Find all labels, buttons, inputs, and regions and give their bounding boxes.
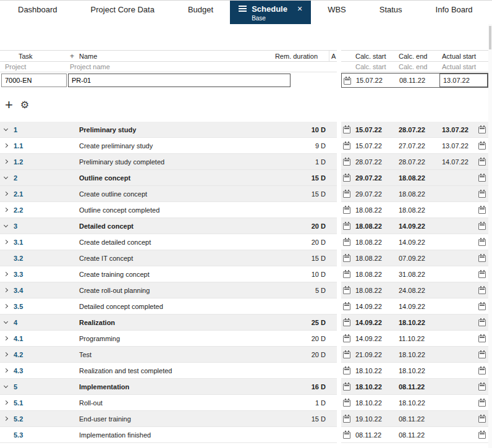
calendar-icon[interactable] <box>478 352 486 358</box>
tab-schedule[interactable]: Schedule × Base <box>230 1 311 24</box>
column-header-task[interactable]: Task <box>19 53 70 60</box>
task-number[interactable]: 5.1 <box>14 399 79 407</box>
calendar-icon[interactable] <box>478 319 486 326</box>
project-actual-start-input[interactable]: 13.07.22 <box>439 74 488 87</box>
task-name[interactable]: Realization <box>79 319 287 326</box>
calc-start-cell[interactable]: 18.08.22 <box>354 271 397 278</box>
calendar-icon[interactable] <box>343 271 350 278</box>
calendar-icon[interactable] <box>344 78 351 85</box>
task-number[interactable]: 5.3 <box>14 431 79 439</box>
task-rem-duration[interactable]: 20 D <box>287 351 337 358</box>
expand-chevron[interactable] <box>0 386 14 387</box>
task-name[interactable]: Create detailed concept <box>79 239 287 246</box>
calc-end-cell[interactable]: 08.11.22 <box>397 383 439 391</box>
calendar-icon[interactable] <box>478 143 486 150</box>
expand-chevron[interactable] <box>0 305 14 308</box>
task-name[interactable]: Preliminary study completed <box>79 158 287 166</box>
calc-start-cell[interactable]: 15.07.22 <box>354 142 397 150</box>
task-number[interactable]: 3 <box>14 222 79 230</box>
calendar-icon[interactable] <box>343 416 350 423</box>
task-name[interactable]: Create training concept <box>79 271 287 278</box>
task-number[interactable]: 1.2 <box>14 158 79 166</box>
task-number[interactable]: 1.1 <box>14 142 79 150</box>
task-number[interactable]: 2 <box>14 174 79 182</box>
calendar-icon[interactable] <box>478 127 486 133</box>
calc-end-cell[interactable]: 28.07.22 <box>397 126 439 133</box>
task-number[interactable]: 2.2 <box>14 206 79 214</box>
tab-close-icon[interactable]: × <box>297 4 302 14</box>
expand-chevron[interactable] <box>0 321 14 323</box>
task-rem-duration[interactable]: 15 D <box>287 415 337 423</box>
task-name[interactable]: Implementation finished <box>79 431 287 439</box>
task-rem-duration[interactable]: 20 D <box>287 222 337 230</box>
grid-splitter[interactable] <box>337 50 341 62</box>
task-rem-duration[interactable]: 15 D <box>287 190 337 198</box>
task-number[interactable]: 5 <box>14 383 79 391</box>
calc-end-cell[interactable]: 07.09.22 <box>397 255 439 262</box>
calendar-icon[interactable] <box>478 207 486 214</box>
task-rem-duration[interactable]: 10 D <box>287 126 337 133</box>
actual-start-cell[interactable]: 13.07.22 <box>439 126 477 133</box>
expand-chevron[interactable] <box>0 240 14 243</box>
calc-end-cell[interactable]: 18.10.22 <box>397 367 439 374</box>
tab-budget[interactable]: Budget <box>171 1 230 24</box>
task-name[interactable]: Detailed concept <box>79 222 287 230</box>
calendar-icon[interactable] <box>343 368 350 374</box>
task-number[interactable]: 1 <box>14 126 79 133</box>
calc-end-cell[interactable]: 08.11.22 <box>397 415 439 423</box>
calc-start-cell[interactable]: 18.08.22 <box>354 255 397 262</box>
calendar-icon[interactable] <box>478 384 486 391</box>
expand-chevron[interactable] <box>0 401 14 404</box>
task-number[interactable]: 3.1 <box>14 239 79 246</box>
calendar-icon[interactable] <box>478 175 486 182</box>
project-calc-end[interactable]: 08.11.22 <box>397 77 439 84</box>
task-rem-duration[interactable]: 16 D <box>287 383 337 391</box>
calendar-icon[interactable] <box>478 239 486 246</box>
calendar-icon[interactable] <box>478 191 486 198</box>
expand-chevron[interactable] <box>0 337 14 340</box>
task-rem-duration[interactable]: 10 D <box>287 271 337 278</box>
expand-chevron[interactable] <box>0 369 14 372</box>
calendar-icon[interactable] <box>343 352 350 358</box>
calendar-icon[interactable] <box>343 127 350 133</box>
calc-start-cell[interactable]: 14.09.22 <box>354 319 397 326</box>
calc-end-cell[interactable]: 18.08.22 <box>397 190 439 198</box>
task-number[interactable]: 3.3 <box>14 271 79 278</box>
task-number[interactable]: 5.2 <box>14 415 79 423</box>
add-task-button[interactable]: + <box>5 98 13 112</box>
calendar-icon[interactable] <box>343 287 350 294</box>
task-number[interactable]: 4.1 <box>14 335 79 342</box>
project-calc-start[interactable]: 15.07.22 <box>354 77 397 84</box>
calc-start-cell[interactable]: 18.08.22 <box>354 239 397 246</box>
task-name[interactable]: Detailed concept completed <box>79 303 287 310</box>
calendar-icon[interactable] <box>343 159 350 166</box>
calc-end-cell[interactable]: 18.08.22 <box>397 174 439 182</box>
calendar-icon[interactable] <box>343 303 350 310</box>
task-rem-duration[interactable]: 5 D <box>287 287 337 294</box>
column-header-calc-start[interactable]: Calc. start <box>354 53 397 60</box>
calendar-icon[interactable] <box>478 223 486 230</box>
task-name[interactable]: Roll-out <box>79 399 287 407</box>
calc-start-cell[interactable]: 14.09.22 <box>354 335 397 342</box>
calc-start-cell[interactable]: 19.10.22 <box>354 415 397 423</box>
task-rem-duration[interactable]: 15 D <box>287 174 337 182</box>
expand-chevron[interactable] <box>0 160 14 163</box>
calendar-icon[interactable] <box>343 191 350 198</box>
column-header-name[interactable]: Name <box>79 53 267 60</box>
task-name[interactable]: Implementation <box>79 383 287 391</box>
calendar-icon[interactable] <box>478 287 486 294</box>
menu-icon[interactable] <box>239 6 247 12</box>
expand-chevron[interactable] <box>0 353 14 356</box>
calc-end-cell[interactable]: 18.08.22 <box>397 206 439 214</box>
tab-status[interactable]: Status <box>363 1 419 24</box>
calendar-icon[interactable] <box>478 432 486 439</box>
calc-start-cell[interactable]: 21.09.22 <box>354 351 397 358</box>
tab-info-board[interactable]: Info Board <box>419 1 490 24</box>
calc-end-cell[interactable]: 11.10.22 <box>397 335 439 342</box>
task-name[interactable]: Test <box>79 351 287 358</box>
task-name[interactable]: Create IT concept <box>79 255 287 262</box>
calc-end-cell[interactable]: 24.08.22 <box>397 287 439 294</box>
calendar-icon[interactable] <box>478 255 486 262</box>
column-header-actual-start[interactable]: Actual start <box>439 53 477 60</box>
calc-start-cell[interactable]: 18.10.22 <box>354 367 397 374</box>
